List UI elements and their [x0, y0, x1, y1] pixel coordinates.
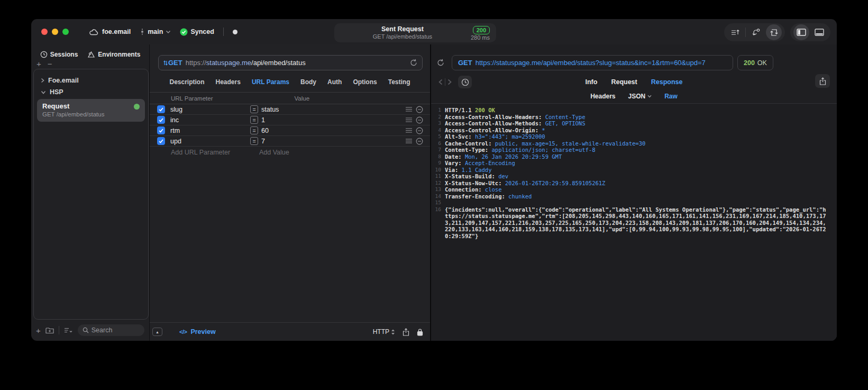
- expand-panel-button[interactable]: ▲: [152, 328, 162, 336]
- line-number: 4: [431, 127, 445, 134]
- subtab-json[interactable]: JSON: [628, 93, 652, 100]
- row-actions: [406, 127, 423, 134]
- remove-row-icon[interactable]: [416, 127, 423, 134]
- request-tabs: Description Headers URL Params Body Auth…: [150, 78, 430, 86]
- forward-icon[interactable]: [447, 79, 452, 85]
- param-row: rtm = 60: [150, 125, 430, 136]
- param-value[interactable]: status: [261, 106, 406, 113]
- cloud-icon: [89, 29, 98, 35]
- back-icon[interactable]: [438, 79, 443, 85]
- tree-item-foe-email[interactable]: Foe.email: [36, 75, 145, 86]
- status-code-badge: 200: [473, 26, 490, 34]
- close-button[interactable]: [41, 29, 48, 35]
- reorder-handle-icon[interactable]: [406, 128, 412, 133]
- param-checkbox[interactable]: [157, 105, 165, 113]
- new-folder-button[interactable]: [45, 327, 54, 334]
- tree-item-label: Foe.email: [48, 77, 79, 84]
- zoom-button[interactable]: [62, 29, 69, 35]
- share-icon[interactable]: [403, 328, 409, 336]
- tab-headers[interactable]: Headers: [216, 78, 241, 86]
- reorder-handle-icon[interactable]: [406, 117, 412, 122]
- line-content: Vary: Accept-Encoding: [445, 160, 837, 167]
- reload-icon[interactable]: [410, 59, 417, 67]
- sync-status[interactable]: Synced: [180, 28, 214, 36]
- line-number: 8: [431, 153, 445, 160]
- tab-sessions[interactable]: Sessions: [40, 51, 78, 58]
- tab-request[interactable]: Request: [611, 78, 637, 86]
- param-checkbox[interactable]: [157, 126, 165, 134]
- subtab-raw[interactable]: Raw: [664, 93, 678, 100]
- merge-arrows-button[interactable]: [748, 24, 764, 40]
- project-name[interactable]: foe.email: [102, 28, 131, 35]
- traffic-lights: [41, 29, 69, 35]
- add-param-value[interactable]: Add Value: [259, 149, 289, 156]
- tree-item-hsp[interactable]: HSP: [36, 86, 145, 98]
- line-content: X-Status-Now-Utc: 2026-01-26T20:29:59.85…: [445, 180, 837, 187]
- param-name[interactable]: inc: [170, 116, 250, 124]
- reorder-handle-icon[interactable]: [406, 107, 412, 112]
- param-value[interactable]: 7: [261, 138, 406, 145]
- request-list-item[interactable]: Request GET /api/embed/status: [37, 99, 145, 122]
- request-url[interactable]: https://statuspage.me/api/embed/status: [186, 59, 306, 67]
- add-request-button[interactable]: +: [36, 326, 41, 335]
- row-actions: [406, 116, 423, 124]
- resend-icon[interactable]: [437, 59, 444, 67]
- subtab-headers[interactable]: Headers: [590, 93, 615, 100]
- tab-testing[interactable]: Testing: [388, 78, 410, 86]
- tab-description[interactable]: Description: [170, 78, 205, 86]
- line-content: [445, 199, 837, 206]
- titlebar: foe.email main Synced: [31, 19, 837, 44]
- history-clock-button[interactable]: [458, 76, 472, 88]
- toggle-left-panel-button[interactable]: [793, 24, 809, 40]
- request-url-bar[interactable]: GET https://statuspage.me/api/embed/stat…: [158, 55, 423, 70]
- remove-row-icon[interactable]: [416, 106, 423, 113]
- send-receive-button[interactable]: [766, 24, 782, 40]
- remove-row-icon[interactable]: [416, 138, 423, 145]
- param-name[interactable]: upd: [170, 138, 250, 145]
- sent-url-display[interactable]: GET https://statuspage.me/api/embed/stat…: [452, 55, 733, 70]
- export-list-button[interactable]: [727, 24, 743, 40]
- param-value[interactable]: 60: [261, 127, 406, 134]
- add-session-button[interactable]: +: [36, 59, 41, 68]
- tab-options[interactable]: Options: [353, 78, 377, 86]
- tab-url-params[interactable]: URL Params: [252, 78, 289, 86]
- protocol-select[interactable]: HTTP: [373, 328, 395, 335]
- chevron-right-icon: [41, 78, 44, 83]
- response-tabs: Info Request Response: [431, 78, 837, 86]
- tab-environments[interactable]: Environments: [87, 51, 140, 58]
- sent-request-pill[interactable]: Sent Request GET /api/embed/status 200 2…: [334, 23, 496, 42]
- remove-session-button[interactable]: −: [48, 59, 52, 68]
- response-viewer: GET https://statuspage.me/api/embed/stat…: [431, 44, 837, 341]
- search-input[interactable]: [92, 326, 140, 334]
- tab-auth[interactable]: Auth: [327, 78, 342, 86]
- search-box[interactable]: [78, 324, 144, 336]
- preview-button[interactable]: </> Preview: [179, 328, 216, 335]
- response-line: 15: [431, 199, 837, 206]
- protocol-label: HTTP: [373, 328, 389, 335]
- export-response-button[interactable]: [815, 74, 830, 88]
- sort-list-button[interactable]: [64, 327, 73, 333]
- lock-icon[interactable]: [417, 328, 423, 336]
- sent-request-subtitle: GET /api/embed/status: [334, 33, 471, 40]
- tab-response[interactable]: Response: [651, 78, 683, 86]
- param-row: slug = status: [150, 104, 430, 115]
- toggle-bottom-panel-button[interactable]: [811, 24, 827, 40]
- param-value[interactable]: 1: [261, 116, 406, 124]
- sync-label: Synced: [190, 28, 214, 35]
- method-selector[interactable]: GET: [163, 59, 182, 67]
- add-param-row: Add URL Parameter Add Value: [150, 147, 430, 158]
- param-checkbox[interactable]: [157, 116, 165, 124]
- line-content: Transfer-Encoding: chunked: [445, 193, 837, 200]
- tab-environments-label: Environments: [98, 51, 140, 58]
- tab-info[interactable]: Info: [586, 78, 598, 86]
- branch-selector[interactable]: main: [140, 28, 171, 35]
- tab-body[interactable]: Body: [300, 78, 316, 86]
- add-param-name[interactable]: Add URL Parameter: [171, 149, 259, 156]
- chevron-down-icon: [166, 30, 171, 34]
- param-name[interactable]: slug: [170, 106, 250, 113]
- remove-row-icon[interactable]: [416, 116, 423, 124]
- param-name[interactable]: rtm: [170, 127, 250, 134]
- reorder-handle-icon[interactable]: [406, 139, 412, 143]
- minimize-button[interactable]: [52, 29, 58, 35]
- param-checkbox[interactable]: [157, 137, 165, 145]
